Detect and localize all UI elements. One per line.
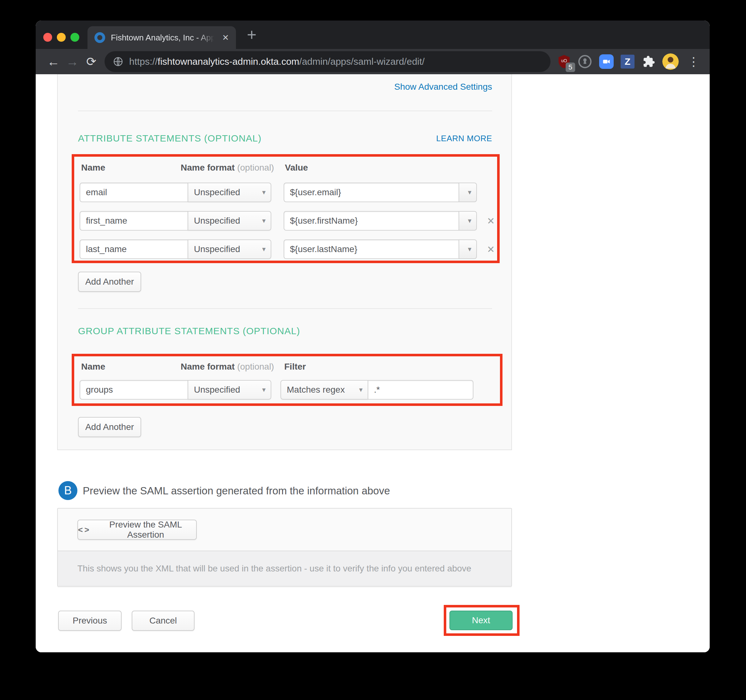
value-dropdown-button[interactable]: ▾ [459,239,477,259]
value-dropdown-button[interactable]: ▾ [459,211,477,230]
password-extension-button[interactable] [578,54,592,69]
attribute-value-combo: ▾ [284,182,477,202]
column-header-name: Name [81,163,105,173]
extensions-area: uO 5 Z ⋮ [558,53,701,70]
divider [78,308,492,309]
new-tab-button[interactable]: + [243,27,260,44]
group-attribute-statements-heading: GROUP ATTRIBUTE STATEMENTS (OPTIONAL) [78,326,300,336]
chevron-down-icon: ▾ [468,245,471,253]
puzzle-icon [641,55,655,69]
attribute-statements-heading: ATTRIBUTE STATEMENTS (OPTIONAL) [78,133,262,144]
attribute-name-input[interactable] [80,239,188,259]
column-header-format: Name format (optional) [180,163,274,173]
attribute-format-select[interactable]: Unspecified▾ [188,182,271,202]
preview-assertion-box: <>Preview the SAML Assertion This shows … [57,508,512,587]
close-window-button[interactable] [43,33,52,42]
tab-strip: Fishtown Analytics, Inc - Applic ✕ + [36,21,710,49]
column-header-format: Name format (optional) [180,362,274,372]
chevron-down-icon: ▾ [468,217,471,225]
tab-title: Fishtown Analytics, Inc - Applic [111,33,217,43]
attribute-value-input[interactable] [284,182,459,202]
browser-window: Fishtown Analytics, Inc - Applic ✕ + ← →… [36,21,710,652]
traffic-lights [43,33,79,42]
preview-note-area: This shows you the XML that will be used… [58,551,511,586]
address-bar[interactable]: https://fishtownanalytics-admin.okta.com… [105,51,550,72]
group-filter-type-select[interactable]: Matches regex▾ [280,380,368,400]
remove-row-icon[interactable]: ✕ [484,211,498,230]
attribute-value-combo: ▾ [284,239,477,259]
okta-favicon-icon [95,32,105,43]
url-text: https://fishtownanalytics-admin.okta.com… [129,56,424,67]
group-format-select[interactable]: Unspecified▾ [188,380,271,400]
z-extension-button[interactable]: Z [621,55,635,69]
value-dropdown-button[interactable]: ▾ [459,182,477,202]
adblock-badge: 5 [566,63,575,72]
attribute-format-select[interactable]: Unspecified▾ [188,239,271,259]
next-button[interactable]: Next [450,611,513,630]
learn-more-link[interactable]: LEARN MORE [436,134,492,143]
add-another-button[interactable]: Add Another [78,272,141,292]
column-header-format-note: (optional) [237,362,274,372]
attribute-name-input[interactable] [80,182,188,202]
minimize-window-button[interactable] [57,33,66,42]
chevron-down-icon: ▾ [262,188,266,196]
cancel-button[interactable]: Cancel [132,611,194,631]
show-advanced-settings-link[interactable]: Show Advanced Settings [394,82,492,92]
column-header-filter: Filter [284,362,306,372]
column-header-value: Value [285,163,308,173]
page-content: Show Advanced Settings ATTRIBUTE STATEME… [36,74,710,652]
chevron-down-icon: ▾ [262,217,266,225]
tab-close-icon[interactable]: ✕ [222,33,229,43]
reload-icon[interactable]: ⟳ [82,49,101,74]
back-icon[interactable]: ← [44,49,63,74]
chevron-down-icon: ▾ [262,245,266,253]
remove-row-icon[interactable]: ✕ [484,239,498,259]
url-scheme: https:// [129,56,158,67]
preview-saml-assertion-button[interactable]: <>Preview the SAML Assertion [77,519,197,540]
saml-settings-panel: Show Advanced Settings ATTRIBUTE STATEME… [57,74,512,450]
attribute-value-input[interactable] [284,239,459,259]
chevron-down-icon: ▾ [468,188,471,196]
video-call-extension-button[interactable] [599,54,614,69]
step-b-badge: B [59,481,77,500]
profile-avatar[interactable] [662,53,679,70]
video-camera-icon [599,54,614,69]
previous-button[interactable]: Previous [58,611,122,631]
z-letter-icon: Z [621,55,635,69]
column-header-name: Name [81,362,105,372]
keyhole-icon [578,54,592,69]
avatar-icon [662,53,679,70]
divider [78,111,492,111]
adblock-extension-button[interactable]: uO 5 [558,54,571,69]
zoom-window-button[interactable] [71,33,79,42]
browser-menu-icon[interactable]: ⋮ [686,56,701,68]
group-name-input[interactable] [80,380,188,400]
browser-toolbar: ← → ⟳ https://fishtownanalytics-admin.ok… [36,49,710,74]
chevron-down-icon: ▾ [262,386,266,394]
svg-text:uO: uO [561,58,567,63]
url-domain: fishtownanalytics-admin.okta.com [158,56,299,67]
globe-icon [113,56,123,67]
attribute-format-select[interactable]: Unspecified▾ [188,211,271,230]
add-another-button[interactable]: Add Another [78,417,141,437]
attribute-name-input[interactable] [80,211,188,230]
attribute-value-combo: ▾ [284,211,477,230]
step-b-title: Preview the SAML assertion generated fro… [83,485,390,497]
extensions-puzzle-button[interactable] [641,55,655,69]
browser-tab[interactable]: Fishtown Analytics, Inc - Applic ✕ [87,26,236,49]
column-header-format-note: (optional) [237,163,274,173]
chevron-down-icon: ▾ [359,386,362,394]
code-icon: <> [78,525,91,535]
attribute-value-input[interactable] [284,211,459,230]
preview-note: This shows you the XML that will be used… [77,563,471,574]
url-path: /admin/apps/saml-wizard/edit/ [299,56,425,67]
forward-icon[interactable]: → [63,49,82,74]
group-filter-value-input[interactable] [368,380,474,400]
